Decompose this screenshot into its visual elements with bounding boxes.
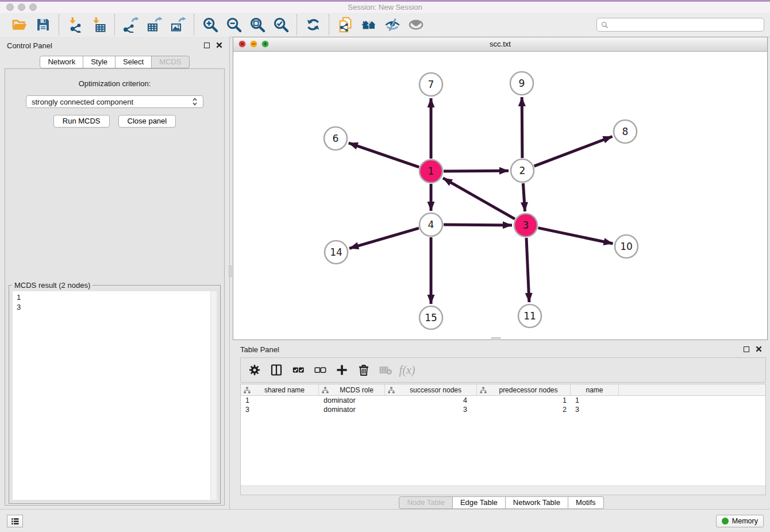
column-header-successor-nodes[interactable]: successor nodes (385, 384, 477, 395)
graph-node-7[interactable]: 7 (419, 73, 442, 96)
tab-mcds[interactable]: MCDS (152, 56, 189, 68)
panel-menu-button[interactable] (7, 515, 23, 527)
table-close-panel-icon[interactable] (756, 346, 762, 352)
edge-1-2[interactable] (444, 171, 509, 171)
table-row[interactable]: 3dominator323 (241, 405, 765, 414)
svg-text:9: 9 (519, 78, 525, 89)
edge-4-14[interactable] (349, 228, 419, 248)
criterion-select[interactable]: strongly connected component (26, 95, 203, 108)
svg-text:15: 15 (425, 312, 437, 323)
zoom-in-button[interactable] (198, 15, 222, 34)
graph-node-4[interactable]: 4 (419, 213, 442, 236)
graph-node-6[interactable]: 6 (324, 127, 347, 150)
show-all-button[interactable] (404, 15, 428, 34)
edge-3-1[interactable] (443, 178, 515, 219)
toolbar-group (194, 14, 297, 35)
mcds-result-text[interactable]: 1 3 (13, 291, 217, 500)
table-row[interactable]: 1dominator411 (241, 396, 765, 405)
vertical-splitter-grip[interactable] (229, 265, 232, 277)
save-session-button[interactable] (31, 15, 55, 34)
table-cell[interactable]: 1 (571, 396, 619, 404)
close-panel-icon[interactable] (216, 42, 222, 48)
graph-node-2[interactable]: 2 (511, 159, 534, 182)
column-header-shared-name[interactable]: shared name (241, 384, 319, 395)
float-panel-icon[interactable] (204, 43, 210, 48)
tab-select[interactable]: Select (116, 56, 152, 68)
edge-1-6[interactable] (349, 143, 419, 167)
column-header-mcds-role[interactable]: MCDS role (319, 384, 385, 395)
search-box[interactable] (596, 18, 764, 32)
edge-3-10[interactable] (538, 228, 613, 244)
network-maximize-icon[interactable] (261, 40, 269, 48)
table-cell[interactable]: dominator (319, 406, 385, 414)
tab-network-table[interactable]: Network Table (506, 496, 568, 509)
delete-column-button[interactable] (355, 361, 372, 379)
table-horizontal-scrollbar[interactable] (241, 485, 765, 495)
tab-node-table[interactable]: Node Table (399, 496, 453, 509)
export-network-button[interactable] (119, 15, 143, 34)
select-all-button[interactable] (289, 361, 307, 379)
network-close-icon[interactable] (238, 40, 246, 48)
toggle-panel-mode-button[interactable] (267, 361, 285, 379)
horizontal-splitter-grip[interactable] (491, 337, 500, 340)
tab-edge-table[interactable]: Edge Table (453, 496, 506, 509)
graph-node-8[interactable]: 8 (614, 120, 637, 143)
edge-4-3[interactable] (444, 225, 512, 225)
import-network-button[interactable] (63, 15, 87, 34)
graph-node-9[interactable]: 9 (510, 72, 533, 95)
zoom-selected-button[interactable] (269, 15, 292, 34)
edge-2-9[interactable] (522, 97, 522, 158)
column-header-name[interactable]: name (571, 384, 619, 395)
graph-node-11[interactable]: 11 (518, 304, 541, 327)
tree-icon (388, 387, 395, 394)
tab-style[interactable]: Style (83, 56, 116, 68)
graph-node-14[interactable]: 14 (325, 241, 348, 264)
table-cell[interactable]: 1 (241, 396, 319, 404)
hide-selected-button[interactable] (380, 15, 404, 34)
refresh-button[interactable] (301, 15, 325, 34)
network-minimize-icon[interactable] (250, 40, 257, 48)
network-window-titlebar[interactable]: scc.txt (233, 37, 767, 52)
zoom-fit-button[interactable] (245, 15, 269, 34)
table-float-panel-icon[interactable] (744, 346, 749, 352)
edge-2-3[interactable] (523, 183, 525, 211)
graph-node-1[interactable]: 1 (419, 160, 442, 183)
graph-node-15[interactable]: 15 (419, 306, 442, 329)
zoom-out-button[interactable] (222, 15, 245, 34)
import-table-button[interactable] (87, 15, 110, 34)
table-cell[interactable]: dominator (319, 396, 385, 404)
open-session-button[interactable] (7, 15, 31, 34)
table-cell[interactable]: 3 (571, 406, 619, 414)
tab-network[interactable]: Network (40, 56, 83, 68)
eye-icon (408, 17, 424, 33)
search-input[interactable] (611, 20, 760, 30)
graph-node-3[interactable]: 3 (514, 214, 537, 237)
memory-button[interactable]: Memory (716, 515, 764, 527)
network-graph[interactable]: 7968124314101511 (233, 52, 767, 340)
table-cell[interactable]: 2 (477, 406, 571, 414)
edge-3-11[interactable] (526, 238, 529, 302)
column-header-predecessor-nodes[interactable]: predecessor nodes (477, 384, 571, 395)
tab-motifs[interactable]: Motifs (568, 496, 604, 509)
toolbar-group (59, 14, 114, 35)
edge-2-8[interactable] (534, 137, 613, 167)
table-cell[interactable]: 3 (385, 406, 477, 414)
table-cell[interactable]: 4 (385, 396, 477, 404)
table-cell[interactable]: 1 (477, 396, 571, 404)
run-mcds-button[interactable]: Run MCDS (53, 115, 110, 128)
column-header-label: MCDS role (329, 386, 384, 394)
create-column-button[interactable] (333, 361, 351, 379)
export-image-button[interactable] (166, 15, 190, 34)
export-table-button[interactable] (143, 15, 166, 34)
graph-node-10[interactable]: 10 (615, 235, 638, 258)
main-toolbar (0, 13, 770, 37)
close-panel-button[interactable]: Close panel (118, 115, 176, 128)
table-panel: Table Panel f(x) shared nameMCDS rolesuc… (233, 341, 770, 509)
network-canvas[interactable]: 7968124314101511 (233, 52, 767, 340)
clone-network-button[interactable] (333, 15, 357, 34)
deselect-all-button[interactable] (311, 361, 329, 379)
table-cell[interactable]: 3 (241, 406, 319, 414)
result-scrollbar[interactable] (210, 291, 217, 500)
table-settings-button[interactable] (245, 361, 263, 379)
first-neighbors-button[interactable] (357, 15, 380, 34)
